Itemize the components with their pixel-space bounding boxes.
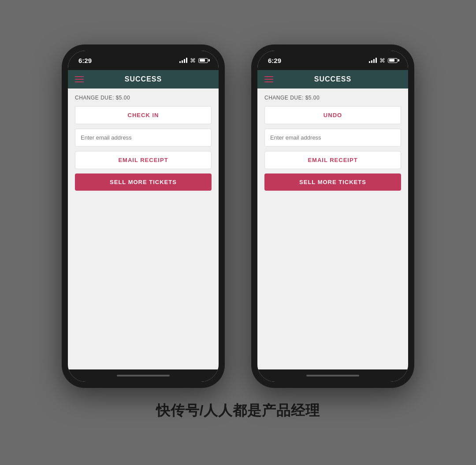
home-indicator-right [257, 369, 408, 382]
time-left: 6:29 [78, 57, 92, 64]
email-receipt-button-right[interactable]: EMAIL RECEIPT [264, 151, 401, 169]
signal-icon-right [369, 58, 377, 63]
hamburger-icon-left[interactable] [75, 76, 84, 82]
undo-button[interactable]: UNDO [264, 106, 401, 124]
phones-row: 6:29 ⌘ SUCCESS [62, 44, 414, 388]
time-right: 6:29 [268, 57, 281, 64]
status-bar-right: 6:29 ⌘ [257, 51, 408, 70]
email-receipt-button-left[interactable]: EMAIL RECEIPT [75, 151, 212, 169]
battery-icon-right [388, 58, 398, 63]
wifi-icon-right: ⌘ [379, 57, 385, 64]
home-indicator-left [68, 369, 219, 382]
status-icons-right: ⌘ [369, 57, 398, 64]
home-bar-right [306, 375, 359, 376]
notch-right [304, 51, 361, 63]
footer-label: 快传号/人人都是产品经理 [156, 402, 320, 418]
status-bar-left: 6:29 ⌘ [68, 51, 219, 70]
check-in-button[interactable]: CHECK IN [75, 106, 212, 124]
app-header-right: SUCCESS [257, 70, 408, 89]
app-header-left: SUCCESS [68, 70, 219, 89]
email-input-left[interactable] [75, 129, 212, 147]
change-due-right: CHANGE DUE: $5.00 [264, 95, 401, 101]
app-title-left: SUCCESS [125, 75, 162, 83]
app-content-left: CHANGE DUE: $5.00 CHECK IN EMAIL RECEIPT… [68, 89, 219, 369]
notch-left [115, 51, 172, 63]
hamburger-icon-right[interactable] [264, 76, 273, 82]
sell-more-button-right[interactable]: SELL MORE TICKETS [264, 173, 401, 191]
wifi-icon-left: ⌘ [190, 57, 196, 64]
app-title-right: SUCCESS [314, 75, 351, 83]
phone-left-inner: 6:29 ⌘ SUCCESS [68, 51, 219, 382]
email-input-right[interactable] [264, 129, 401, 147]
signal-icon-left [179, 58, 187, 63]
phone-right-inner: 6:29 ⌘ SUCCESS [257, 51, 408, 382]
status-icons-left: ⌘ [179, 57, 208, 64]
phone-right: 6:29 ⌘ SUCCESS [251, 44, 414, 388]
footer-text: 快传号/人人都是产品经理 [156, 401, 320, 421]
change-due-left: CHANGE DUE: $5.00 [75, 95, 212, 101]
home-bar-left [117, 375, 170, 376]
battery-icon-left [198, 58, 208, 63]
phone-left: 6:29 ⌘ SUCCESS [62, 44, 225, 388]
sell-more-button-left[interactable]: SELL MORE TICKETS [75, 173, 212, 191]
app-content-right: CHANGE DUE: $5.00 UNDO EMAIL RECEIPT SEL… [257, 89, 408, 369]
